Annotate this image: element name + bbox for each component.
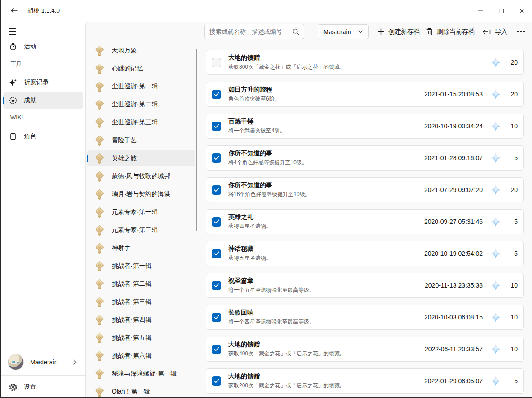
achievement-title: 祝圣篇章 xyxy=(228,277,425,285)
category-item[interactable]: 挑战者·第五辑 xyxy=(87,330,195,346)
timer-icon xyxy=(9,43,17,51)
primogem-icon xyxy=(490,57,501,68)
create-archive-button[interactable]: 创建新存档 xyxy=(373,24,425,39)
maximize-button[interactable] xyxy=(491,0,511,22)
chevron-right-icon xyxy=(73,359,77,365)
category-badge-icon xyxy=(94,243,105,254)
achievement-checkbox[interactable] xyxy=(212,249,221,258)
back-button[interactable] xyxy=(7,4,22,17)
achievement-date: 2022-06-11 20:33:57 xyxy=(425,346,483,353)
sidebar-item-achievements[interactable]: 成就 xyxy=(3,92,83,109)
main-panel: Masterain 创建新存档 删除当前存档 导入 xyxy=(85,22,532,397)
achievement-checkbox[interactable] xyxy=(212,217,221,227)
sidebar-item-settings[interactable]: 设置 xyxy=(3,379,83,395)
delete-archive-label: 删除当前存档 xyxy=(437,28,475,36)
category-item[interactable]: 元素专家·第二辑 xyxy=(87,222,195,238)
category-label: 挑战者·第一辑 xyxy=(112,262,152,270)
category-item[interactable]: 挑战者·第三辑 xyxy=(87,294,195,310)
achievement-text: 英雄之礼 获得四星圣遗物。 xyxy=(228,213,424,230)
sidebar-item-wish-log[interactable]: 祈愿记录 xyxy=(3,74,83,91)
category-badge-icon xyxy=(94,153,105,164)
category-item[interactable]: 挑战者·第二辑 xyxy=(87,276,195,292)
category-label: 蒙德·风与牧歌的城邦 xyxy=(112,172,170,180)
category-badge-icon xyxy=(94,117,105,128)
primogem-icon xyxy=(490,376,501,386)
archive-select[interactable]: Masterain xyxy=(318,24,369,39)
achievement-title: 神话秘藏 xyxy=(228,245,424,253)
minimize-button[interactable] xyxy=(470,0,491,22)
achievement-reward: 5 xyxy=(507,154,518,162)
achievement-title: 长歌回响 xyxy=(228,309,424,317)
primogem-icon xyxy=(490,312,501,323)
achievement-checkbox[interactable] xyxy=(212,345,221,354)
category-badge-icon xyxy=(94,297,105,308)
category-item[interactable]: 挑战者·第六辑 xyxy=(87,348,195,364)
maximize-icon xyxy=(499,9,504,13)
primogem-icon xyxy=(490,344,501,354)
wreath-icon xyxy=(9,96,17,105)
category-item[interactable]: 英雄之旅 xyxy=(87,150,195,166)
import-button[interactable]: 导入 xyxy=(477,24,512,39)
close-button[interactable] xyxy=(511,0,532,22)
category-item[interactable]: Olah！第一辑 xyxy=(87,384,195,397)
category-scrollbar[interactable] xyxy=(196,49,197,231)
achievement-text: 大地的馈赠 获取200次「藏金之花」或「启示之花」的馈藏。 xyxy=(228,372,424,389)
achievement-text: 你所不知道的事 将4个角色好感等级提升至10级。 xyxy=(228,149,424,166)
primogem-icon xyxy=(490,216,501,227)
category-label: 尘世巡游·第三辑 xyxy=(112,118,158,127)
sidebar-item-characters[interactable]: 角色 xyxy=(3,128,83,144)
achievement-checkbox[interactable] xyxy=(212,376,221,386)
achievement-row: 大地的馈赠 获取200次「藏金之花」或「启示之花」的馈藏。 2022-01-29… xyxy=(206,368,524,394)
category-badge-icon xyxy=(94,63,105,74)
category-item[interactable]: 璃月·岩与契约的海港 xyxy=(87,186,195,202)
category-label: 心跳的记忆 xyxy=(112,65,143,73)
avatar xyxy=(8,354,24,370)
category-label: 挑战者·第四辑 xyxy=(112,316,152,324)
create-archive-label: 创建新存档 xyxy=(388,28,420,36)
category-item[interactable]: 挑战者·第一辑 xyxy=(87,258,195,274)
delete-archive-button[interactable]: 删除当前存档 xyxy=(421,24,480,39)
more-options-button[interactable] xyxy=(512,24,529,39)
check-icon xyxy=(214,379,219,383)
category-item[interactable]: 心跳的记忆 xyxy=(87,61,195,77)
category-item[interactable]: 冒险手艺 xyxy=(87,132,195,149)
category-badge-icon xyxy=(94,81,105,92)
category-item[interactable]: 尘世巡游·第二辑 xyxy=(87,96,195,113)
achievement-checkbox[interactable] xyxy=(212,153,221,163)
achievement-description: 将一个五星圣遗物强化至最高等级。 xyxy=(228,286,425,294)
category-item[interactable]: 尘世巡游·第三辑 xyxy=(87,114,195,131)
achievement-description: 获得四星圣遗物。 xyxy=(228,223,424,230)
sidebar-item-label: 祈愿记录 xyxy=(24,79,49,87)
achievement-checkbox[interactable] xyxy=(212,90,221,99)
user-profile-button[interactable]: Masterain xyxy=(3,352,83,372)
category-label: 神射手 xyxy=(112,244,131,252)
category-item[interactable]: 蒙德·风与牧歌的城邦 xyxy=(87,168,195,184)
archive-selected-value: Masterain xyxy=(318,28,358,35)
category-item[interactable]: 秘境与深境螺旋·第一辑 xyxy=(87,366,195,382)
check-icon xyxy=(214,219,219,224)
achievement-list: 大地的馈赠 获取800次「藏金之花」或「启示之花」的馈藏。 20 如日方升的旅程… xyxy=(206,50,524,397)
sidebar-item-activity[interactable]: 活动 xyxy=(3,39,83,55)
achievement-row: 你所不知道的事 将4个角色好感等级提升至10级。 2021-01-28 09:1… xyxy=(206,145,524,171)
category-item[interactable]: 挑战者·第四辑 xyxy=(87,312,195,328)
category-item[interactable]: 尘世巡游·第一辑 xyxy=(87,79,195,95)
achievement-checkbox[interactable] xyxy=(212,122,221,131)
category-item[interactable]: 元素专家·第一辑 xyxy=(87,204,195,220)
achievement-checkbox[interactable] xyxy=(212,185,221,195)
achievement-title: 大地的馈赠 xyxy=(228,54,483,62)
achievement-title: 你所不知道的事 xyxy=(228,181,424,189)
category-badge-icon xyxy=(94,171,105,182)
achievement-checkbox[interactable] xyxy=(212,281,221,290)
settings-label: 设置 xyxy=(24,383,36,391)
achievement-checkbox[interactable] xyxy=(212,313,221,322)
menu-toggle-button[interactable] xyxy=(4,24,21,39)
achievement-reward: 10 xyxy=(507,314,518,321)
category-item[interactable]: 神射手 xyxy=(87,240,195,256)
search-icon[interactable] xyxy=(292,28,299,35)
titlebar: 胡桃 1.1.4.0 xyxy=(1,0,532,22)
achievement-checkbox[interactable] xyxy=(212,58,221,67)
category-item[interactable]: 天地万象 xyxy=(87,43,195,59)
primogem-icon xyxy=(490,89,501,100)
search-input[interactable] xyxy=(205,28,292,35)
category-label: 挑战者·第五辑 xyxy=(112,334,152,342)
